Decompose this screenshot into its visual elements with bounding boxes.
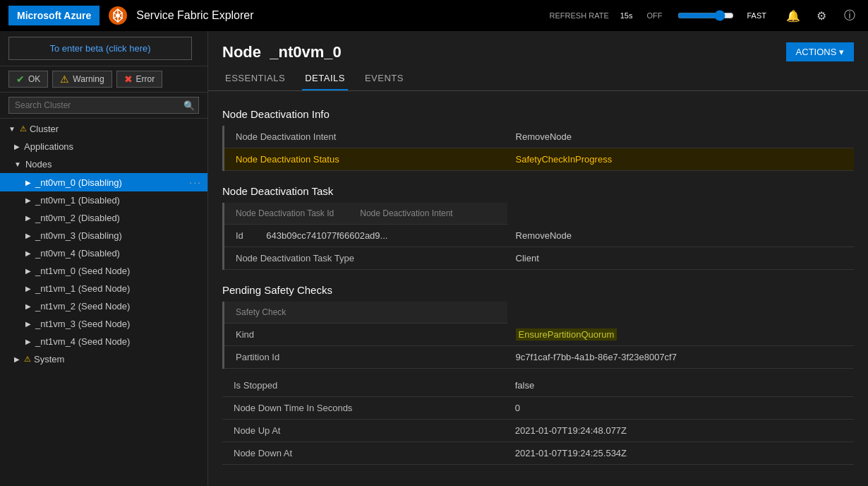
node-down-at-row: Node Down At 2021-01-07T19:24:25.534Z [222, 442, 854, 465]
pending-safety-table: Safety Check Kind EnsurePartitionQuorum … [222, 302, 854, 369]
node-flat-fields-table: Is Stopped false Node Down Time In Secon… [222, 374, 854, 465]
sidebar-tree: ▼ ⚠ Cluster ▶ Applications ▼ Nodes ▶ _nt… [0, 119, 207, 369]
node-nt1vm2-label: _nt1vm_2 (Seed Node) [35, 301, 130, 312]
sidebar: To enter beta (click here) ✔ OK ⚠ Warnin… [0, 31, 208, 486]
service-fabric-icon [108, 6, 128, 25]
deactivation-info-table: Node Deactivation Intent RemoveNode Node… [222, 126, 854, 171]
partition-id-row: Partition Id 9c7f1caf-f7bb-4a1b-86e7-3f2… [224, 346, 855, 369]
chevron-right-icon-nt0vm2: ▶ [25, 214, 31, 222]
node-nt1vm1-label: _nt1vm_1 (Seed Node) [35, 283, 130, 294]
node-nt1vm3-label: _nt1vm_3 (Seed Node) [35, 319, 130, 329]
search-input[interactable] [8, 97, 199, 114]
sidebar-item-applications[interactable]: ▶ Applications [0, 138, 207, 155]
node-header: Node _nt0vm_0 ACTIONS ▾ [208, 31, 868, 67]
error-button[interactable]: ✖ Error [116, 71, 163, 88]
topnav: Microsoft Azure Service Fabric Explorer … [0, 0, 868, 31]
node-down-at-value: 2021-01-07T19:24:25.534Z [507, 442, 854, 465]
content-area: Node _nt0vm_0 ACTIONS ▾ ESSENTIALS DETAI… [208, 31, 868, 486]
sidebar-item-cluster[interactable]: ▼ ⚠ Cluster [0, 120, 207, 138]
chevron-right-icon-nt1vm3: ▶ [25, 320, 31, 328]
nodes-label: Nodes [25, 159, 52, 170]
sidebar-item-nt1vm3[interactable]: ▶ _nt1vm_3 (Seed Node) [0, 315, 207, 333]
deactivation-intent-row: Node Deactivation Intent RemoveNode [224, 126, 855, 148]
is-stopped-value: false [507, 374, 854, 397]
status-bar: ✔ OK ⚠ Warning ✖ Error [0, 66, 207, 93]
task-type-row: Node Deactivation Task Type Client [224, 247, 855, 270]
chevron-right-icon-nt0vm0: ▶ [25, 179, 31, 186]
kind-label: Kind [224, 324, 507, 346]
applications-label: Applications [24, 141, 73, 152]
chevron-right-icon-nt0vm1: ▶ [25, 196, 31, 204]
sidebar-item-nt1vm1[interactable]: ▶ _nt1vm_1 (Seed Node) [0, 280, 207, 297]
tab-events[interactable]: EVENTS [362, 67, 406, 90]
chevron-down-icon: ▼ [8, 125, 16, 133]
context-menu-dots[interactable]: ··· [189, 177, 202, 188]
sidebar-item-nt0vm4[interactable]: ▶ _nt0vm_4 (Disabled) [0, 244, 207, 262]
azure-brand-label[interactable]: Microsoft Azure [8, 6, 100, 25]
partition-id-label: Partition Id [224, 346, 507, 369]
kind-row: Kind EnsurePartitionQuorum [224, 324, 855, 346]
main-layout: To enter beta (click here) ✔ OK ⚠ Warnin… [0, 31, 868, 486]
system-label: System [34, 354, 64, 364]
node-nt0vm3-label: _nt0vm_3 (Disabling) [35, 230, 122, 241]
sidebar-item-system[interactable]: ▶ ⚠ System [0, 350, 207, 368]
tab-details[interactable]: DETAILS [302, 67, 348, 90]
ok-button[interactable]: ✔ OK [8, 71, 48, 88]
safety-check-header-row: Safety Check [224, 302, 507, 324]
svg-point-2 [116, 13, 120, 18]
node-up-at-row: Node Up At 2021-01-07T19:24:48.077Z [222, 420, 854, 442]
sidebar-item-nodes[interactable]: ▼ Nodes [0, 155, 207, 173]
sidebar-item-nt0vm3[interactable]: ▶ _nt0vm_3 (Disabling) [0, 227, 207, 244]
warning-label: Warning [73, 74, 104, 84]
is-stopped-row: Is Stopped false [222, 374, 854, 397]
cluster-label: Cluster [30, 124, 59, 134]
deactivation-info-title: Node Deactivation Info [222, 100, 854, 124]
deactivation-intent-label: Node Deactivation Intent [224, 126, 507, 148]
node-prefix: Node [222, 43, 261, 61]
sidebar-item-nt0vm2[interactable]: ▶ _nt0vm_2 (Disabled) [0, 209, 207, 227]
task-id-row: Id 643b09cc741077f66602ad9... RemoveNode [224, 225, 855, 247]
sidebar-item-nt1vm2[interactable]: ▶ _nt1vm_2 (Seed Node) [0, 297, 207, 315]
tab-essentials[interactable]: ESSENTIALS [222, 67, 288, 90]
chevron-right-icon-nt0vm3: ▶ [25, 232, 31, 239]
deactivation-status-value: SafetyCheckInProgress [507, 148, 854, 171]
details-content: Node Deactivation Info Node Deactivation… [208, 91, 868, 479]
task-header-row: Node Deactivation Task Id Node Deactivat… [224, 203, 507, 225]
node-down-at-label: Node Down At [222, 442, 507, 465]
task-intent-value: RemoveNode [507, 225, 854, 247]
refresh-toggle-label: OFF [646, 11, 662, 20]
notification-icon[interactable]: 🔔 [783, 6, 803, 25]
refresh-fast-label: FAST [747, 11, 766, 20]
sidebar-item-nt0vm1[interactable]: ▶ _nt0vm_1 (Disabled) [0, 191, 207, 209]
deactivation-task-table: Node Deactivation Task Id Node Deactivat… [222, 203, 854, 270]
beta-link[interactable]: To enter beta (click here) [8, 37, 192, 60]
error-label: Error [136, 74, 155, 84]
beta-banner: To enter beta (click here) [0, 31, 207, 66]
error-icon: ✖ [124, 73, 133, 85]
refresh-rate-slider[interactable] [677, 10, 734, 21]
chevron-right-icon-nt1vm1: ▶ [25, 285, 31, 292]
info-icon[interactable]: ⓘ [840, 6, 860, 25]
search-bar: 🔍 [0, 93, 207, 119]
task-type-label: Node Deactivation Task Type [224, 247, 507, 270]
node-nt1vm0-label: _nt1vm_0 (Seed Node) [35, 266, 130, 276]
task-type-value: Client [507, 247, 854, 270]
settings-icon[interactable]: ⚙ [812, 6, 831, 25]
chevron-right-icon: ▶ [14, 143, 20, 150]
actions-button[interactable]: ACTIONS ▾ [786, 42, 854, 61]
warning-button[interactable]: ⚠ Warning [52, 71, 111, 88]
node-name: _nt0vm_0 [270, 43, 342, 61]
task-id-value: 643b09cc741077f66602ad9... [266, 230, 387, 241]
ok-icon: ✔ [16, 73, 25, 85]
node-nt0vm0-label: _nt0vm_0 (Disabling) [35, 177, 122, 188]
warning-icon: ⚠ [60, 73, 69, 85]
task-id-col: Node Deactivation Task Id [224, 203, 351, 224]
sidebar-item-nt0vm0[interactable]: ▶ _nt0vm_0 (Disabling) ··· [0, 173, 207, 191]
is-stopped-label: Is Stopped [222, 374, 507, 397]
node-down-time-row: Node Down Time In Seconds 0 [222, 397, 854, 420]
deactivation-status-label: Node Deactivation Status [224, 148, 507, 171]
sidebar-item-nt1vm0[interactable]: ▶ _nt1vm_0 (Seed Node) [0, 262, 207, 280]
sidebar-item-nt1vm4[interactable]: ▶ _nt1vm_4 (Seed Node) [0, 333, 207, 350]
node-down-time-label: Node Down Time In Seconds [222, 397, 507, 420]
pending-safety-title: Pending Safety Checks [222, 275, 854, 300]
